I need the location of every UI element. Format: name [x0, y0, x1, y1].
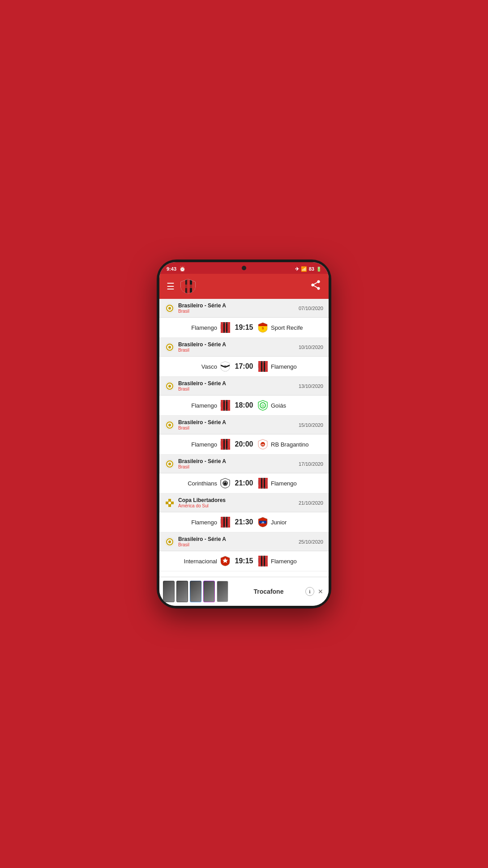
match-row-1-0[interactable]: Vasco V 17:00 Flamengo	[159, 357, 329, 377]
away-team-name-0-0: Sport Recife	[271, 324, 303, 331]
svg-point-27	[168, 385, 171, 387]
svg-rect-52	[264, 478, 265, 489]
competition-left-1: Brasileiro - Série A Brasil	[165, 341, 226, 353]
phone-device: 9:43 ⏰ ✈ 📶 83 🔋 ☰	[157, 260, 331, 608]
svg-rect-41	[226, 439, 227, 450]
ad-phone-5	[217, 581, 228, 602]
match-row-0-0[interactable]: Flamengo 19:15 S Sport Recife	[159, 318, 329, 338]
svg-rect-6	[187, 279, 189, 294]
home-team-badge-4-0	[220, 478, 231, 489]
team-away-3-0: RB RB Bragantino	[257, 439, 321, 450]
ad-phone-2	[176, 581, 188, 602]
match-time-3-0: 20:00	[231, 440, 257, 448]
status-bar: 9:43 ⏰ ✈ 📶 83 🔋	[159, 262, 329, 274]
match-row-3-0[interactable]: Flamengo 20:00 RB RB Bragantino	[159, 434, 329, 455]
menu-button[interactable]: ☰	[167, 281, 175, 292]
competition-logo-5	[165, 498, 175, 508]
competition-date-3: 15/10/2020	[299, 422, 323, 428]
ad-info-button[interactable]: ℹ	[305, 587, 314, 596]
camera-notch	[242, 266, 246, 270]
away-team-name-1-0: Flamengo	[271, 363, 297, 370]
away-team-badge-4-0	[257, 478, 268, 489]
competition-logo-2	[165, 381, 175, 391]
competition-left-6: Brasileiro - Série A Brasil	[165, 536, 226, 547]
competition-logo-6	[165, 537, 175, 547]
ad-phone-1	[163, 581, 175, 602]
svg-rect-21	[261, 361, 262, 372]
airplane-icon: ✈	[295, 266, 299, 272]
away-team-name-2-0: Goiás	[271, 402, 286, 409]
match-time-6-0: 19:15	[231, 557, 257, 565]
svg-point-9	[168, 307, 171, 310]
ad-close-button[interactable]: ✕	[316, 587, 325, 596]
svg-rect-50	[261, 478, 262, 489]
away-team-badge-5-0: JR	[257, 517, 268, 528]
svg-rect-60	[226, 517, 227, 528]
competition-logo-0	[165, 303, 175, 313]
ad-banner: Trocafone ℹ ✕	[159, 577, 329, 606]
competition-country-2: Brasil	[178, 387, 226, 391]
share-button[interactable]	[310, 279, 321, 294]
match-row-4-0[interactable]: Corinthians 21:00 Flamengo	[159, 473, 329, 494]
home-team-badge-0-0	[220, 322, 231, 333]
competition-info-2: Brasileiro - Série A Brasil	[178, 380, 226, 391]
time-display: 9:43	[167, 266, 176, 272]
competition-left-5: Copa Libertadores América do Sul	[165, 497, 226, 508]
match-row-2-0[interactable]: Flamengo 18:00 G Goiás	[159, 396, 329, 416]
team-home-2-0: Flamengo	[167, 400, 231, 411]
match-row-5-0[interactable]: Flamengo 21:30 JR Junior	[159, 512, 329, 532]
competition-info-0: Brasileiro - Série A Brasil	[178, 302, 226, 314]
competition-left-2: Brasileiro - Série A Brasil	[165, 380, 226, 391]
competition-date-5: 21/10/2020	[299, 500, 323, 506]
svg-point-18	[168, 346, 171, 349]
competition-country-5: América do Sul	[178, 503, 226, 508]
match-row-6-0[interactable]: Internacional 19:15 Flamengo	[159, 551, 329, 571]
competition-country-3: Brasil	[178, 425, 226, 430]
competition-date-4: 17/10/2020	[299, 461, 323, 467]
competition-logo-3	[165, 420, 175, 430]
competition-date-0: 07/10/2020	[299, 306, 323, 311]
svg-text:V: V	[224, 365, 226, 367]
away-team-badge-2-0: G	[257, 400, 268, 411]
team-home-5-0: Flamengo	[167, 517, 231, 528]
ad-phone-3	[190, 581, 201, 602]
competition-left-3: Brasileiro - Série A Brasil	[165, 419, 226, 430]
app-bar: ☰	[159, 274, 329, 299]
home-team-name-6-0: Internacional	[184, 558, 217, 565]
competition-name-4: Brasileiro - Série A	[178, 458, 226, 464]
home-team-name-0-0: Flamengo	[191, 324, 217, 331]
away-team-badge-0-0: S	[257, 322, 268, 333]
competition-left-0: Brasileiro - Série A Brasil	[165, 302, 226, 314]
svg-rect-68	[261, 556, 262, 566]
ad-phones-display	[163, 581, 228, 602]
home-team-badge-6-0	[220, 556, 231, 566]
competition-info-1: Brasileiro - Série A Brasil	[178, 341, 226, 353]
competition-name-1: Brasileiro - Série A	[178, 341, 226, 348]
home-team-name-5-0: Flamengo	[191, 519, 217, 526]
competition-left-4: Brasileiro - Série A Brasil	[165, 458, 226, 469]
svg-text:JR: JR	[261, 521, 265, 524]
match-time-4-0: 21:00	[231, 479, 257, 487]
svg-point-37	[168, 424, 171, 426]
ad-actions[interactable]: ℹ ✕	[305, 587, 325, 596]
match-time-5-0: 21:30	[231, 518, 257, 526]
svg-rect-23	[264, 361, 265, 372]
competition-country-0: Brasil	[178, 309, 226, 314]
app-bar-left: ☰	[167, 278, 196, 294]
competition-date-2: 13/10/2020	[299, 383, 323, 389]
home-team-badge-1-0: V	[220, 361, 231, 372]
svg-rect-13	[226, 322, 227, 333]
svg-rect-58	[223, 517, 225, 528]
competition-header-4: Brasileiro - Série A Brasil 17/10/2020	[159, 455, 329, 473]
team-away-2-0: G Goiás	[257, 400, 321, 411]
svg-text:RB: RB	[261, 443, 265, 446]
competition-name-6: Brasileiro - Série A	[178, 536, 226, 542]
ad-phone-4	[203, 581, 215, 602]
wifi-icon: 📶	[301, 266, 307, 272]
ad-brand-text: Trocafone	[254, 588, 284, 595]
competition-header-2: Brasileiro - Série A Brasil 13/10/2020	[159, 377, 329, 396]
svg-rect-70	[264, 556, 265, 566]
competition-header-3: Brasileiro - Série A Brasil 15/10/2020	[159, 416, 329, 434]
match-time-1-0: 17:00	[231, 362, 257, 370]
team-away-5-0: JR Junior	[257, 517, 321, 528]
